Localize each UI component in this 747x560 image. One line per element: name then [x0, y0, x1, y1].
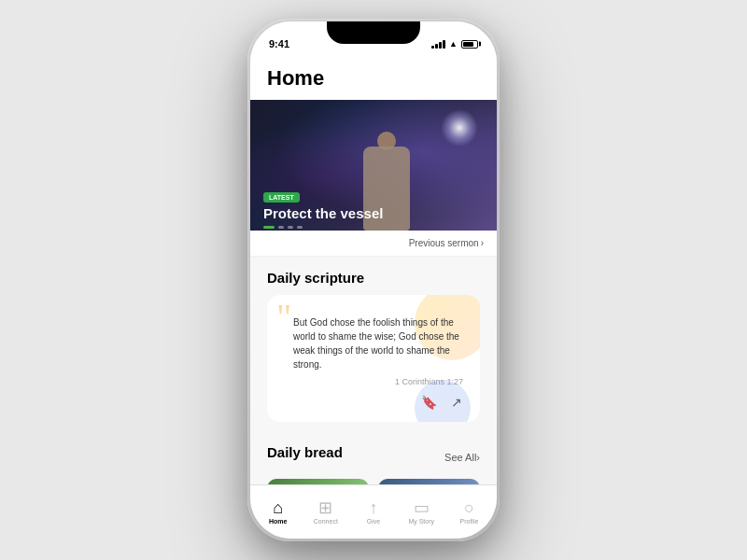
- bottom-nav: ⌂ Home ⊞ Connect ↑ Give ▭ My Story ○ Pro…: [250, 484, 497, 539]
- nav-mystory[interactable]: ▭ My Story: [398, 496, 445, 528]
- connect-icon: ⊞: [318, 499, 332, 516]
- bread-card-1[interactable]: 🌸: [267, 479, 369, 484]
- nav-home-label: Home: [269, 518, 287, 525]
- nav-connect[interactable]: ⊞ Connect: [302, 496, 349, 528]
- scripture-text: But God chose the foolish things of the …: [280, 306, 467, 371]
- page-title: Home: [267, 66, 480, 91]
- nav-connect-label: Connect: [314, 518, 338, 525]
- status-bar: 9:41 ▲: [250, 21, 497, 59]
- hero-card[interactable]: Latest Protect the vessel Previous sermo…: [250, 100, 497, 257]
- previous-sermon-link[interactable]: Previous sermon ›: [250, 231, 497, 257]
- nav-profile[interactable]: ○ Profile: [445, 496, 493, 528]
- phone-screen: 9:41 ▲ Home: [250, 21, 497, 539]
- screen-content[interactable]: Home Latest Protect the vessel: [250, 59, 497, 484]
- nav-give-label: Give: [367, 518, 380, 525]
- daily-bread-section: Daily bread See All › 🌸 🚶: [250, 431, 497, 484]
- scripture-actions: 🔖 ↗: [280, 394, 467, 411]
- give-icon: ↑: [370, 499, 378, 516]
- hero-dots: [263, 226, 303, 229]
- see-all-chevron: ›: [476, 452, 480, 463]
- mystory-icon: ▭: [414, 499, 430, 516]
- nav-mystory-label: My Story: [408, 518, 434, 525]
- nav-give[interactable]: ↑ Give: [349, 496, 397, 528]
- nav-profile-label: Profile: [459, 518, 478, 525]
- chevron-right-icon: ›: [481, 238, 484, 248]
- share-icon[interactable]: ↗: [448, 394, 465, 411]
- daily-bread-header: Daily bread See All ›: [267, 444, 480, 469]
- hero-image: Latest Protect the vessel: [250, 100, 497, 231]
- nav-home[interactable]: ⌂ Home: [254, 496, 302, 528]
- previous-sermon-text: Previous sermon: [409, 238, 479, 248]
- home-icon: ⌂: [273, 499, 283, 516]
- phone-frame: 9:41 ▲ Home: [247, 19, 500, 541]
- hero-badge: Latest: [263, 192, 300, 203]
- status-icons: ▲: [431, 39, 478, 49]
- daily-scripture-section: Daily scripture " But God chose the fool…: [250, 257, 497, 431]
- daily-bread-title: Daily bread: [267, 444, 343, 460]
- stage-light: [441, 109, 478, 147]
- status-time: 9:41: [269, 38, 289, 49]
- scripture-reference: 1 Corinthians 1:27: [280, 377, 467, 386]
- scripture-card: " But God chose the foolish things of th…: [267, 295, 480, 422]
- hero-title: Protect the vessel: [263, 205, 383, 221]
- bread-card-2[interactable]: 🚶: [378, 479, 480, 484]
- notch: [327, 21, 420, 44]
- profile-icon: ○: [464, 499, 474, 516]
- wifi-icon: ▲: [449, 39, 458, 49]
- see-all-link[interactable]: See All ›: [444, 452, 480, 463]
- page-header: Home: [250, 59, 497, 100]
- signal-icon: [431, 40, 445, 49]
- daily-scripture-title: Daily scripture: [267, 270, 480, 286]
- bookmark-icon[interactable]: 🔖: [420, 394, 437, 411]
- battery-icon: [461, 40, 478, 49]
